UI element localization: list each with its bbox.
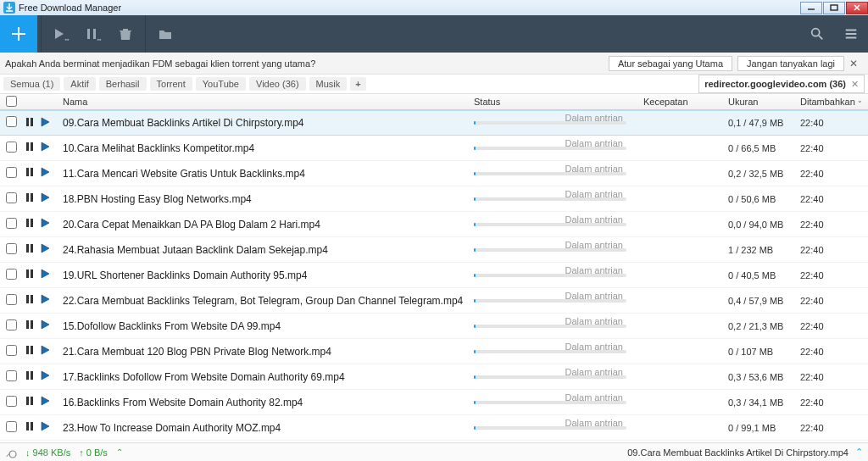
pause-icon[interactable] [24,217,36,231]
pause-icon[interactable] [24,395,36,409]
filter-chip[interactable]: Aktif [64,77,95,91]
group-badge[interactable]: redirector.googlevideo.com (36) ✕ [698,75,865,93]
table-row[interactable]: 22.Cara Membuat Backlinks Telegram, Bot … [0,288,868,314]
prompt-close-button[interactable]: ✕ [844,58,863,69]
column-status[interactable]: Status [474,97,643,107]
header-checkbox[interactable] [0,96,22,108]
table-row[interactable]: 15.Dofollow Backlinks From Website DA 99… [0,314,868,339]
play-icon[interactable] [39,369,51,384]
row-size: 0,4 / 57,9 MB [728,296,800,306]
minimize-button[interactable] [800,2,822,14]
add-filter-button[interactable]: + [350,77,365,91]
row-checkbox[interactable] [0,396,22,409]
close-button[interactable] [846,2,868,14]
pause-icon[interactable] [24,369,36,384]
table-row[interactable]: 17.Backlinks Dofollow From Website Domai… [0,364,868,390]
table-row[interactable]: 24.Rahasia Membuat Jutaan Backlink Dalam… [0,237,868,263]
download-speed: ↓ 948 KB/s [25,447,70,458]
row-checkbox[interactable] [0,319,22,333]
column-speed[interactable]: Kecepatan [643,97,728,107]
table-row[interactable]: 16.Backlinks From Website Domain Authori… [0,390,868,415]
row-size: 0 / 107 MB [728,347,800,357]
filter-chip[interactable]: Torrent [150,77,192,91]
row-checkbox[interactable] [0,218,22,231]
row-checkbox[interactable] [0,167,22,181]
pause-icon[interactable] [24,116,36,131]
group-badge-close-icon[interactable]: ✕ [851,79,859,90]
maximize-button[interactable] [823,2,845,14]
table-row[interactable]: 09.Cara Membuat Backlinks Artikel Di Chi… [0,110,868,136]
row-added: 22:40 [800,245,868,255]
row-checkbox[interactable] [0,421,22,435]
row-checkbox[interactable] [0,243,22,257]
pause-icon[interactable] [24,166,36,181]
play-icon[interactable] [39,420,51,435]
play-icon[interactable] [39,217,51,231]
table-row[interactable]: 19.URL Shortener Backlinks Domain Author… [0,263,868,288]
menu-button[interactable] [834,15,868,53]
row-size: 0,0 / 94,0 MB [728,219,800,230]
play-icon[interactable] [39,395,51,409]
snail-mode-icon[interactable] [5,446,19,459]
start-all-button[interactable]: ▪▪ [45,15,77,53]
filter-chip[interactable]: YouTube [196,77,246,91]
column-added[interactable]: Ditambahkan ⌄ [800,97,868,107]
filter-chip[interactable]: Semua (1) [3,77,60,91]
filter-chip[interactable]: Musik [309,77,348,91]
play-icon[interactable] [39,141,51,155]
play-icon[interactable] [39,192,51,206]
pause-icon[interactable] [24,268,36,282]
table-row[interactable]: 10.Cara Melihat Backlinks Kompetitor.mp4… [0,136,868,161]
pause-icon[interactable] [24,344,36,358]
play-icon[interactable] [39,344,51,358]
pause-icon[interactable] [24,192,36,206]
play-icon[interactable] [39,242,51,257]
row-checkbox[interactable] [0,269,22,282]
filter-bar: Semua (1)AktifBerhasilTorrentYouTubeVide… [0,75,868,93]
pause-all-button[interactable]: ▪▪ [77,15,109,53]
row-checkbox[interactable] [0,370,22,384]
row-checkbox[interactable] [0,294,22,308]
play-icon[interactable] [39,293,51,308]
search-button[interactable] [800,15,834,53]
speed-expand-icon[interactable]: ⌃ [116,447,123,457]
table-row[interactable]: 20.Cara Cepat Menaikkan DA PA Blog Dalam… [0,212,868,237]
column-size[interactable]: Ukuran [728,97,800,107]
app-icon [3,2,15,14]
upload-speed: ↑ 0 B/s [79,447,108,458]
table-row[interactable]: 11.Cara Mencari Website Gratis Untuk Bac… [0,161,868,186]
svg-point-2 [9,451,16,458]
group-badge-label: redirector.googlevideo.com (36) [704,79,846,89]
svg-rect-0 [831,5,837,10]
row-checkbox[interactable] [0,142,22,155]
table-row[interactable]: 21.Cara Membuat 120 Blog PBN Private Blo… [0,339,868,364]
play-icon[interactable] [39,268,51,282]
filter-chip[interactable]: Berhasil [99,77,147,91]
row-added: 22:40 [800,347,868,357]
prompt-primary-button[interactable]: Atur sebagai yang Utama [609,56,732,71]
play-icon[interactable] [39,166,51,181]
details-expand-icon[interactable]: ⌃ [855,447,863,458]
play-icon[interactable] [39,116,51,131]
row-added: 22:40 [800,397,868,408]
pause-icon[interactable] [24,141,36,155]
table-row[interactable]: 23.How To Increase Domain Authority MOZ.… [0,415,868,441]
prompt-secondary-button[interactable]: Jangan tanyakan lagi [737,56,844,71]
pause-icon[interactable] [24,293,36,308]
filter-chip[interactable]: Video (36) [249,77,306,91]
pause-icon[interactable] [24,242,36,257]
add-download-button[interactable] [0,15,37,53]
row-size: 0 / 50,6 MB [728,194,800,204]
row-checkbox[interactable] [0,192,22,206]
row-checkbox[interactable] [0,345,22,358]
pause-icon[interactable] [24,420,36,435]
download-list: 09.Cara Membuat Backlinks Artikel Di Chi… [0,110,868,442]
row-name: 23.How To Increase Domain Authority MOZ.… [59,422,474,434]
delete-button[interactable] [109,15,142,53]
pause-icon[interactable] [24,319,36,333]
open-folder-button[interactable] [149,15,181,53]
row-checkbox[interactable] [0,116,22,130]
play-icon[interactable] [39,319,51,333]
column-name[interactable]: Nama [59,97,474,107]
table-row[interactable]: 18.PBN Hosting Easy Blog Networks.mp4Dal… [0,186,868,212]
